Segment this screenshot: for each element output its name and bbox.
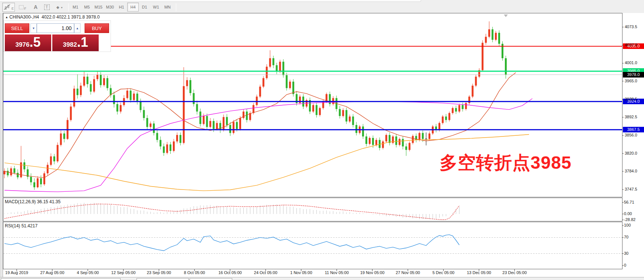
macd-axis-tick: 0.00 (624, 211, 632, 216)
y-axis-tick: 3928.5 (625, 97, 637, 101)
symbol-name: CHINA300-,H4 (9, 14, 39, 20)
volume-input[interactable] (37, 23, 74, 33)
buy-price-button[interactable]: 3982.1 (52, 34, 99, 51)
y-axis-tick: 3784.0 (625, 169, 637, 173)
sell-price-button[interactable]: 3976.5 (5, 34, 51, 51)
time-axis-label: 1 Nov 05:00 (290, 270, 312, 275)
time-axis-label: 23 Dec 05:00 (502, 270, 526, 275)
sell-price-decimal: .5 (29, 34, 40, 50)
price-level-label: 3867.5 (623, 127, 644, 132)
chart-annotation-text: 多空转折点3985 (440, 151, 572, 175)
y-axis-tick: 4037.0 (625, 43, 637, 47)
time-axis-label: 19 Nov 05:00 (360, 270, 384, 275)
rsi-label: RSI(14) 51.4217 (5, 223, 37, 228)
y-axis-tick: 3965.0 (625, 79, 637, 83)
sell-price-main: 3976 (16, 41, 30, 48)
time-axis-label: 27 Aug 05:00 (40, 270, 64, 275)
sell-button[interactable]: SELL (5, 23, 29, 33)
volume-increase-button[interactable]: ▲ (74, 23, 80, 33)
collapse-triangle-icon[interactable]: ▲ (5, 16, 8, 19)
time-axis-label: 8 Oct 05:00 (184, 270, 205, 275)
rsi-axis-tick: 0 (624, 263, 626, 267)
time-axis-label: 11 Nov 05:00 (325, 270, 349, 275)
symbol-header: ▲ CHINA300-,H4 4022.0 4022.1 3971.8 3978… (5, 14, 100, 20)
buy-button[interactable]: BUY (85, 23, 109, 33)
time-axis-label: 12 Sep 05:00 (111, 270, 135, 275)
volume-decrease-button[interactable]: ▼ (30, 23, 37, 33)
y-axis-tick: 3820.0 (625, 151, 637, 155)
y-axis-tick: 4073.5 (625, 24, 637, 29)
rsi-axis-tick: 100 (624, 223, 631, 227)
one-click-trade-panel: SELL ▼ ▲ BUY 3976.5 3982.1 (3, 20, 111, 52)
price-level-label: 3978.0 (623, 72, 644, 78)
docked-panel-edge[interactable] (190, 278, 232, 280)
time-axis-label: 27 Nov 05:00 (396, 270, 420, 275)
time-axis-label: 5 Dec 05:00 (433, 270, 454, 275)
y-axis-tick: 3856.0 (625, 133, 637, 137)
y-axis-tick: 3892.5 (625, 115, 637, 119)
time-axis-label: 24 Oct 05:00 (254, 270, 277, 275)
buy-price-main: 3982 (63, 41, 77, 48)
rsi-axis-tick: 30 (624, 251, 628, 256)
time-axis-label: 23 Sep 05:00 (147, 270, 171, 275)
docked-panel-edge[interactable] (137, 278, 189, 280)
time-axis-label: 19 Aug 2019 (5, 270, 28, 275)
bottom-dock-strip (0, 277, 644, 280)
symbol-ohlc: 4022.0 4022.1 3971.8 3978.0 (42, 14, 100, 20)
macd-label: MACD(12,26,9) 36.15 41.35 (5, 199, 60, 204)
time-axis-label: 13 Dec 05:00 (467, 270, 491, 275)
time-axis-label: 4 Sep 05:00 (77, 270, 99, 275)
y-axis-tick: 3747.5 (625, 187, 637, 191)
shift-triangle-icon (504, 14, 508, 17)
rsi-line (4, 235, 459, 251)
mt4-window: E F A T ◆ ▼ M1M5M15M30H1H4D1W1MN ▲ CHINA… (0, 0, 644, 280)
macd-axis-tick: 56.71 (624, 200, 634, 204)
docked-panel-edge[interactable] (1, 278, 121, 280)
y-axis-tick: 4001.0 (625, 60, 637, 65)
buy-price-decimal: .1 (77, 34, 88, 50)
time-axis-label: 16 Oct 05:00 (218, 270, 242, 275)
macd-signal-line (4, 204, 459, 220)
rsi-axis-tick: 70 (624, 235, 628, 239)
macd-axis-tick: -28.82 (624, 217, 635, 222)
